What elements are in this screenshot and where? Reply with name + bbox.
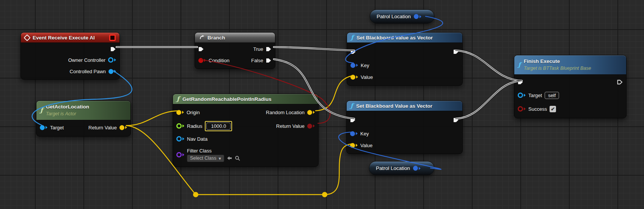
true-exec-out-pin[interactable] <box>266 47 272 52</box>
pin-label: Key <box>361 63 369 68</box>
pin-label: Radius <box>187 123 202 129</box>
wire-exec-set-bottom-to-finish <box>456 81 522 119</box>
nav-data-pin[interactable] <box>176 136 184 141</box>
blueprint-graph-canvas[interactable]: Event Receive Execute AI Owner Controlle… <box>0 0 644 209</box>
function-icon: ƒ <box>351 35 353 41</box>
pin-label: Target <box>50 125 64 130</box>
node-set-blackboard-value-as-vector-top[interactable]: ƒ Set Blackboard Value as Vector Key <box>347 32 463 86</box>
condition-pin[interactable] <box>198 58 206 63</box>
value-pin[interactable] <box>350 143 358 148</box>
node-title: GetRandomReachablePointInRadius <box>182 96 272 102</box>
node-get-actor-location[interactable]: ƒ GetActorLocation Target is Actor Targe… <box>36 101 131 137</box>
exec-out-pin[interactable] <box>110 47 116 52</box>
branch-icon <box>199 35 204 41</box>
exec-in-pin[interactable] <box>350 49 356 54</box>
pin-label: Filter Class <box>187 148 240 154</box>
exec-out-pin[interactable] <box>453 49 459 54</box>
success-checkbox[interactable]: ✔ <box>550 106 556 112</box>
target-pin[interactable] <box>518 93 526 98</box>
variable-out-pin[interactable] <box>414 14 421 19</box>
key-pin[interactable] <box>350 63 358 68</box>
reroute-node <box>193 192 198 197</box>
node-subtitle: Target is Actor <box>46 111 89 117</box>
pin-label: Nav Data <box>187 136 207 142</box>
origin-pin[interactable] <box>176 110 184 115</box>
variable-label: Patrol Location <box>377 14 411 19</box>
node-set-blackboard-value-as-vector-bottom[interactable]: ƒ Set Blackboard Value as Vector Key <box>346 101 463 154</box>
owner-controller-pin[interactable] <box>108 57 116 63</box>
node-get-random-reachable-point-in-radius[interactable]: ƒ GetRandomReachablePointInRadius Origin… <box>173 94 319 167</box>
exec-out-pin[interactable] <box>617 80 623 85</box>
pin-label: Origin <box>187 110 200 115</box>
random-location-pin[interactable] <box>307 110 315 115</box>
pin-label: Return Value <box>88 125 117 130</box>
pin-label: Controlled Pawn <box>70 69 106 74</box>
return-value-pin[interactable] <box>119 125 127 130</box>
function-icon: ƒ <box>518 62 521 68</box>
node-title: Finish Execute <box>524 58 591 65</box>
exec-out-pin[interactable] <box>453 118 459 123</box>
node-title: Set Blackboard Value as Vector <box>356 103 432 109</box>
wire-return-value-to-origin <box>126 111 180 126</box>
pin-label: Owner Controller <box>68 57 105 63</box>
pin-label: Target <box>528 93 542 98</box>
pin-label: Value <box>360 143 372 148</box>
filter-class-pin[interactable] <box>176 152 184 157</box>
false-exec-out-pin[interactable] <box>266 58 272 63</box>
success-pin[interactable] <box>518 106 526 112</box>
wire-exec-true-to-set-top <box>274 47 354 50</box>
pin-label: Success <box>528 106 547 112</box>
select-class-dropdown[interactable]: Select Class ▾ <box>187 155 224 162</box>
pin-label: Value <box>361 74 373 80</box>
pin-label: Random Location <box>266 110 305 115</box>
wire-exec-set-top-to-finish <box>456 50 522 81</box>
exec-in-pin[interactable] <box>198 47 204 52</box>
browse-search-icon[interactable] <box>235 156 240 161</box>
node-title: Set Blackboard Value as Vector <box>357 35 433 41</box>
return-value-pin[interactable] <box>307 124 315 129</box>
pin-label: Key <box>360 131 369 137</box>
value-pin[interactable] <box>350 75 358 80</box>
exec-in-pin[interactable] <box>350 118 356 123</box>
pin-label: Return Value <box>276 123 305 129</box>
radius-value-field[interactable]: 1000.0 <box>206 123 231 130</box>
key-pin[interactable] <box>350 131 358 136</box>
node-title: Event Receive Execute AI <box>33 35 95 41</box>
breakpoint-icon <box>109 35 116 41</box>
node-title: Branch <box>207 35 225 41</box>
target-value-field[interactable]: self <box>545 92 559 99</box>
node-branch[interactable]: Branch True Condition <box>195 32 275 69</box>
controlled-pawn-pin[interactable] <box>108 69 116 74</box>
function-icon: ƒ <box>350 103 353 109</box>
pin-label: False <box>251 58 263 63</box>
node-title: GetActorLocation <box>46 104 89 110</box>
target-pin[interactable] <box>40 125 47 130</box>
variable-out-pin[interactable] <box>413 166 421 171</box>
variable-node-patrol-location-bottom[interactable]: Patrol Location <box>369 161 434 175</box>
function-icon: ƒ <box>40 107 43 113</box>
function-icon: ƒ <box>177 96 179 102</box>
exec-in-pin[interactable] <box>518 80 523 85</box>
node-event-receive-execute-ai[interactable]: Event Receive Execute AI Owner Controlle… <box>20 32 120 80</box>
event-icon <box>24 34 30 41</box>
use-selected-icon[interactable] <box>227 156 232 160</box>
variable-label: Patrol Location <box>376 165 410 171</box>
radius-pin[interactable] <box>176 123 184 129</box>
pin-label: True <box>253 46 263 52</box>
node-finish-execute[interactable]: ƒ Finish Execute Target is BTTask Bluepr… <box>514 55 627 118</box>
dropdown-caret-icon: ▾ <box>218 156 221 161</box>
node-subtitle: Target is BTTask Blueprint Base <box>524 65 591 72</box>
reroute-node <box>322 192 327 197</box>
radius-value-selection: 1000.0 <box>205 121 232 131</box>
pin-label: Condition <box>209 58 229 63</box>
variable-node-patrol-location-top[interactable]: Patrol Location <box>370 9 434 24</box>
